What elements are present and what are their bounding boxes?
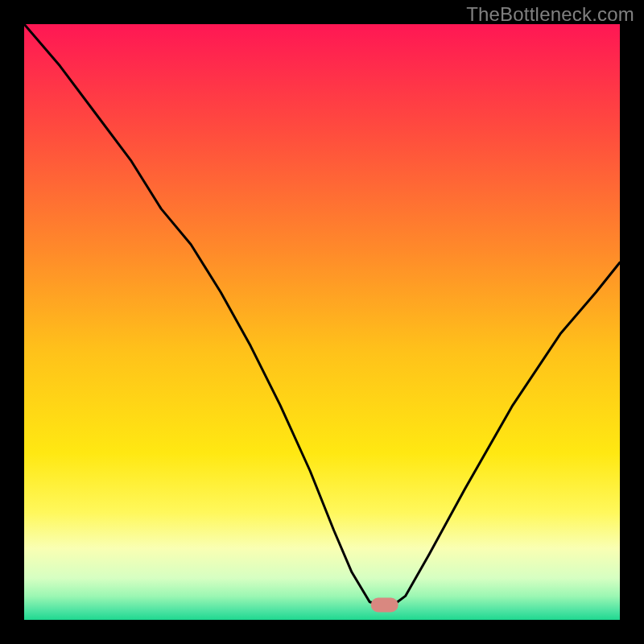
chart-frame: TheBottleneck.com — [0, 0, 644, 644]
plot-svg — [24, 24, 620, 620]
plot-area — [24, 24, 620, 620]
gradient-background — [24, 24, 620, 620]
watermark-text: TheBottleneck.com — [466, 3, 634, 26]
optimal-marker — [371, 598, 398, 613]
